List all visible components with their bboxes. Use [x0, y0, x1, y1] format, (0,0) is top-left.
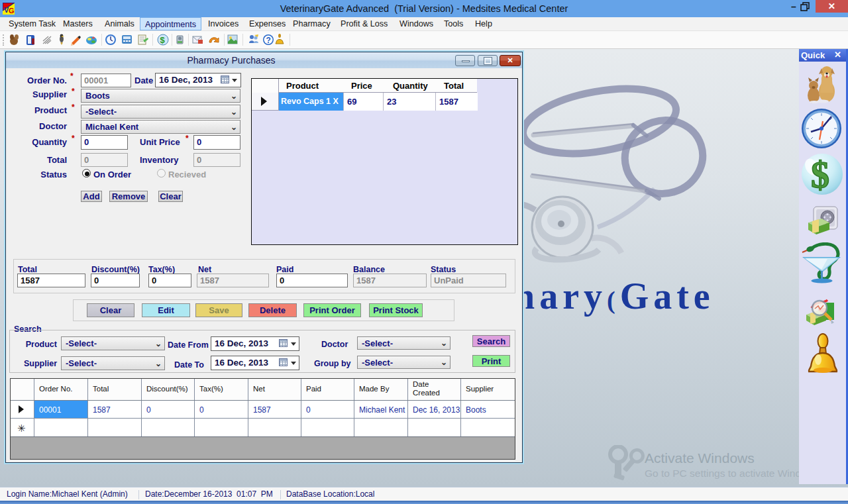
svg-text:$: $: [811, 154, 829, 195]
svg-text:?: ?: [266, 36, 271, 45]
svg-text:G: G: [9, 7, 15, 15]
svg-text:$: $: [160, 35, 166, 45]
